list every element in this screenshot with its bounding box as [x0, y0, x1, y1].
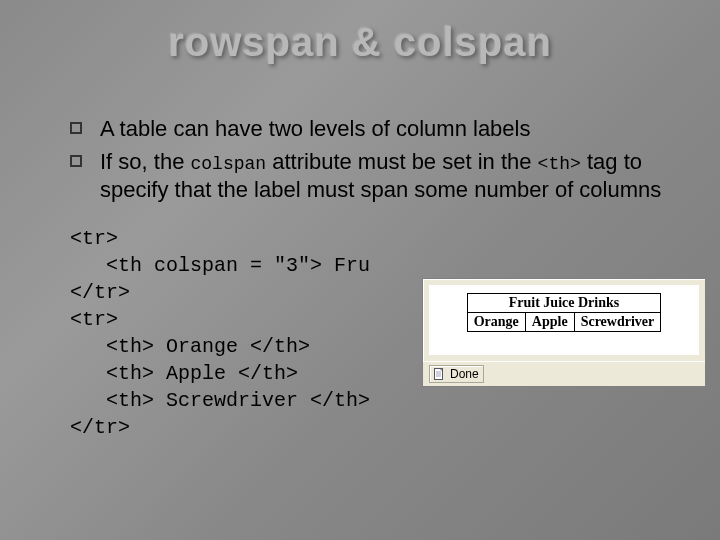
status-cell: Done [429, 365, 484, 383]
table-header: Apple [525, 313, 574, 332]
bullet-item: If so, the colspan attribute must be set… [70, 148, 680, 205]
table-header-span: Fruit Juice Drinks [467, 294, 661, 313]
bullet-text: If so, the colspan attribute must be set… [100, 148, 680, 205]
status-bar: Done [423, 361, 705, 386]
text-part: If so, the [100, 149, 191, 174]
slide-title: rowspan & colspan [40, 20, 680, 65]
table-row: Orange Apple Screwdriver [467, 313, 661, 332]
example-content: Fruit Juice Drinks Orange Apple Screwdri… [429, 285, 699, 355]
demo-table: Fruit Juice Drinks Orange Apple Screwdri… [467, 293, 662, 332]
document-done-icon [432, 367, 446, 381]
table-header: Orange [467, 313, 525, 332]
code-inline: colspan [191, 154, 267, 174]
status-text: Done [450, 367, 479, 381]
example-window: Fruit Juice Drinks Orange Apple Screwdri… [422, 278, 706, 387]
square-bullet-icon [70, 155, 82, 167]
slide: rowspan & colspan A table can have two l… [0, 0, 720, 540]
table-row: Fruit Juice Drinks [467, 294, 661, 313]
code-inline: <th> [538, 154, 581, 174]
text-part: attribute must be set in the [266, 149, 537, 174]
square-bullet-icon [70, 122, 82, 134]
bullet-text: A table can have two levels of column la… [100, 115, 680, 144]
table-header: Screwdriver [574, 313, 661, 332]
bullet-item: A table can have two levels of column la… [70, 115, 680, 144]
bullet-list: A table can have two levels of column la… [70, 115, 680, 205]
